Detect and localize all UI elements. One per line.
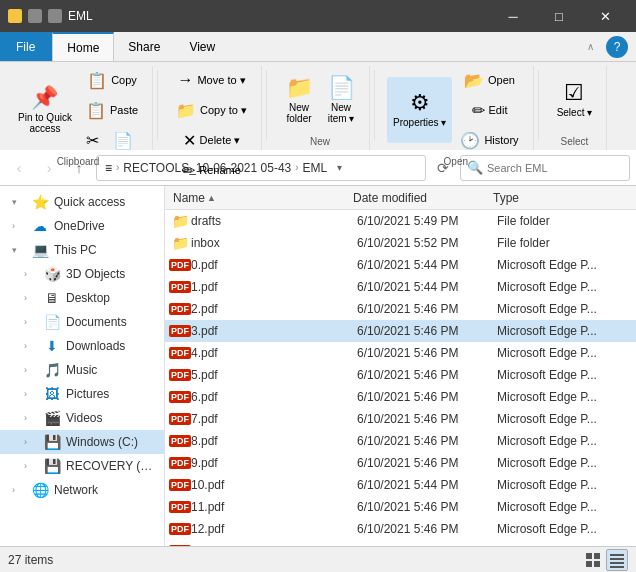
table-row[interactable]: PDF 4.pdf 6/10/2021 5:46 PM Microsoft Ed… (165, 342, 636, 364)
help-button[interactable]: ? (606, 36, 628, 58)
tab-home[interactable]: Home (52, 32, 114, 61)
close-button[interactable]: ✕ (582, 0, 628, 32)
col-header-size[interactable]: Size (615, 191, 636, 205)
sidebar-item-desktop[interactable]: › 🖥 Desktop (0, 286, 164, 310)
select-icon: ☑ (564, 82, 584, 104)
back-button[interactable]: ‹ (6, 155, 32, 181)
table-row[interactable]: PDF 10.pdf 6/10/2021 5:44 PM Microsoft E… (165, 474, 636, 496)
sidebar-item-onedrive[interactable]: › ☁ OneDrive (0, 214, 164, 238)
minimize-button[interactable]: ─ (490, 0, 536, 32)
table-row[interactable]: 📁 inbox 6/10/2021 5:52 PM File folder (165, 232, 636, 254)
copy-to-icon: 📁 (176, 101, 196, 120)
delete-button[interactable]: ✕ Delete ▾ (170, 126, 253, 154)
sidebar-item-this-pc[interactable]: ▾ 💻 This PC (0, 238, 164, 262)
sidebar-item-quick-access[interactable]: ▾ ⭐ Quick access (0, 190, 164, 214)
rename-label: Rename (199, 164, 241, 176)
rename-button[interactable]: ✏ Rename (170, 156, 253, 184)
cut-button[interactable]: ✂ (80, 126, 105, 154)
view-buttons (582, 549, 628, 571)
sidebar-item-windows-c[interactable]: › 💾 Windows (C:) (0, 430, 164, 454)
file-date: 6/10/2021 5:46 PM (349, 324, 489, 338)
select-label: Select ▾ (557, 107, 593, 118)
details-view-icon (609, 552, 625, 568)
sidebar-item-music[interactable]: › 🎵 Music (0, 358, 164, 382)
maximize-button[interactable]: □ (536, 0, 582, 32)
search-input[interactable] (487, 162, 623, 174)
table-row[interactable]: PDF 9.pdf 6/10/2021 5:46 PM Microsoft Ed… (165, 452, 636, 474)
divider1 (157, 70, 158, 140)
table-row[interactable]: PDF 12.pdf 6/10/2021 5:46 PM Microsoft E… (165, 518, 636, 540)
pin-to-quick-access-button[interactable]: 📌 Pin to Quickaccess (12, 77, 78, 143)
organize-col: → Move to ▾ 📁 Copy to ▾ ✕ Delete ▾ ✏ Ren… (170, 66, 253, 184)
table-row[interactable]: PDF 11.pdf 6/10/2021 5:46 PM Microsoft E… (165, 496, 636, 518)
sidebar-item-downloads[interactable]: › ⬇ Downloads (0, 334, 164, 358)
tab-view[interactable]: View (175, 32, 230, 61)
table-row[interactable]: PDF 7.pdf 6/10/2021 5:46 PM Microsoft Ed… (165, 408, 636, 430)
table-row[interactable]: PDF 8.pdf 6/10/2021 5:46 PM Microsoft Ed… (165, 430, 636, 452)
table-row[interactable]: PDF 2.pdf 6/10/2021 5:46 PM Microsoft Ed… (165, 298, 636, 320)
file-type: Microsoft Edge P... (489, 302, 619, 316)
table-row[interactable]: 📁 drafts 6/10/2021 5:49 PM File folder (165, 210, 636, 232)
window-title: EML (68, 9, 93, 23)
sidebar-item-videos[interactable]: › 🎬 Videos (0, 406, 164, 430)
clipboard-items: 📌 Pin to Quickaccess 📋 Copy 📋 Paste ✂ (12, 66, 144, 154)
collapse-ribbon[interactable]: ∧ (587, 41, 594, 52)
copy-path-button[interactable]: 📄 (107, 126, 139, 154)
large-icons-view-button[interactable] (582, 549, 604, 571)
file-type: Microsoft Edge P... (489, 456, 619, 470)
path-dropdown[interactable]: ▾ (331, 155, 347, 181)
folder-icon: 📁 (169, 213, 191, 229)
pdf-icon: PDF (169, 479, 191, 491)
history-button[interactable]: 🕑 History (454, 126, 524, 154)
sort-arrow: ▲ (207, 193, 216, 203)
svg-rect-2 (586, 561, 592, 567)
delete-label: Delete ▾ (200, 134, 241, 147)
copy-to-button[interactable]: 📁 Copy to ▾ (170, 96, 253, 124)
status-bar: 27 items (0, 546, 636, 572)
music-label: Music (66, 363, 156, 377)
new-folder-button[interactable]: 📁 Newfolder (279, 67, 319, 133)
file-size: 62 KB (619, 368, 636, 382)
table-row[interactable]: PDF 5.pdf 6/10/2021 5:46 PM Microsoft Ed… (165, 364, 636, 386)
paste-button[interactable]: 📋 Paste (80, 96, 144, 124)
new-group: 📁 Newfolder 📄 Newitem ▾ New (271, 66, 370, 150)
move-to-button[interactable]: → Move to ▾ (170, 66, 253, 94)
sidebar-item-recovery-d[interactable]: › 💾 RECOVERY (D:) (0, 454, 164, 478)
details-view-button[interactable] (606, 549, 628, 571)
docs-label: Documents (66, 315, 156, 329)
svg-rect-5 (610, 558, 624, 560)
edit-button[interactable]: ✏ Edit (454, 96, 524, 124)
file-size: 50 KB (619, 522, 636, 536)
tab-file[interactable]: File (0, 32, 52, 61)
select-button[interactable]: ☑ Select ▾ (551, 67, 599, 133)
path-part-2[interactable]: EML (303, 161, 328, 175)
move-to-label: Move to ▾ (197, 74, 245, 87)
new-item-button[interactable]: 📄 Newitem ▾ (321, 67, 361, 133)
copy-button[interactable]: 📋 Copy (80, 66, 144, 94)
history-icon: 🕑 (460, 131, 480, 150)
sidebar-item-pictures[interactable]: › 🖼 Pictures (0, 382, 164, 406)
table-row[interactable]: PDF 1.pdf 6/10/2021 5:44 PM Microsoft Ed… (165, 276, 636, 298)
table-row[interactable]: PDF 3.pdf 6/10/2021 5:46 PM Microsoft Ed… (165, 320, 636, 342)
tab-share[interactable]: Share (114, 32, 175, 61)
open-button[interactable]: 📂 Open (454, 66, 524, 94)
address-path[interactable]: ≡ › RECTOOLS_10-06-2021 05-43 › EML ▾ (96, 155, 426, 181)
sidebar-item-3d-objects[interactable]: › 🎲 3D Objects (0, 262, 164, 286)
col-header-date[interactable]: Date modified (345, 191, 485, 205)
file-date: 6/10/2021 5:46 PM (349, 522, 489, 536)
sidebar-item-network[interactable]: › 🌐 Network (0, 478, 164, 502)
table-row[interactable]: PDF 0.pdf 6/10/2021 5:44 PM Microsoft Ed… (165, 254, 636, 276)
quick-access-arrow: ▾ (12, 197, 26, 207)
properties-button[interactable]: ⚙ Properties ▾ (387, 77, 452, 143)
table-row[interactable]: PDF 6.pdf 6/10/2021 5:46 PM Microsoft Ed… (165, 386, 636, 408)
pdf-icon: PDF (169, 259, 191, 271)
edit-label: Edit (489, 104, 508, 116)
search-box[interactable]: 🔍 (460, 155, 630, 181)
col-header-name[interactable]: Name ▲ (165, 191, 345, 205)
sidebar-item-documents[interactable]: › 📄 Documents (0, 310, 164, 334)
file-type: Microsoft Edge P... (489, 346, 619, 360)
file-name: 1.pdf (191, 280, 349, 294)
table-row[interactable]: PDF 13.pdf 6/10/2021 5:44 PM Microsoft E… (165, 540, 636, 546)
copy-label: Copy (111, 74, 137, 86)
col-header-type[interactable]: Type (485, 191, 615, 205)
